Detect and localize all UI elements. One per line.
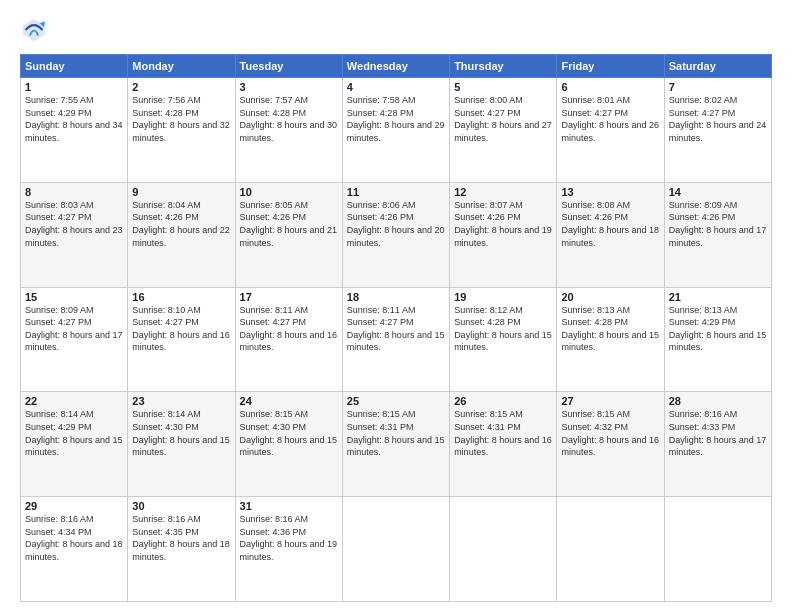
day-number: 2 bbox=[132, 81, 230, 93]
calendar-day-29: 29Sunrise: 8:16 AMSunset: 4:34 PMDayligh… bbox=[21, 497, 128, 602]
calendar-day-25: 25Sunrise: 8:15 AMSunset: 4:31 PMDayligh… bbox=[342, 392, 449, 497]
calendar-day-5: 5Sunrise: 8:00 AMSunset: 4:27 PMDaylight… bbox=[450, 78, 557, 183]
calendar-day-17: 17Sunrise: 8:11 AMSunset: 4:27 PMDayligh… bbox=[235, 287, 342, 392]
cell-info: Sunrise: 8:05 AMSunset: 4:26 PMDaylight:… bbox=[240, 200, 338, 248]
logo bbox=[20, 16, 52, 44]
calendar-day-4: 4Sunrise: 7:58 AMSunset: 4:28 PMDaylight… bbox=[342, 78, 449, 183]
day-number: 1 bbox=[25, 81, 123, 93]
day-number: 22 bbox=[25, 395, 123, 407]
cell-info: Sunrise: 8:01 AMSunset: 4:27 PMDaylight:… bbox=[561, 95, 659, 143]
cell-info: Sunrise: 8:13 AMSunset: 4:28 PMDaylight:… bbox=[561, 305, 659, 353]
day-header-saturday: Saturday bbox=[664, 55, 771, 78]
cell-info: Sunrise: 8:15 AMSunset: 4:30 PMDaylight:… bbox=[240, 409, 338, 457]
calendar-day-2: 2Sunrise: 7:56 AMSunset: 4:28 PMDaylight… bbox=[128, 78, 235, 183]
header bbox=[20, 16, 772, 44]
day-number: 29 bbox=[25, 500, 123, 512]
day-number: 7 bbox=[669, 81, 767, 93]
calendar-table: SundayMondayTuesdayWednesdayThursdayFrid… bbox=[20, 54, 772, 602]
day-number: 18 bbox=[347, 291, 445, 303]
calendar-week-4: 22Sunrise: 8:14 AMSunset: 4:29 PMDayligh… bbox=[21, 392, 772, 497]
calendar-day-13: 13Sunrise: 8:08 AMSunset: 4:26 PMDayligh… bbox=[557, 182, 664, 287]
calendar-day-14: 14Sunrise: 8:09 AMSunset: 4:26 PMDayligh… bbox=[664, 182, 771, 287]
calendar-day-9: 9Sunrise: 8:04 AMSunset: 4:26 PMDaylight… bbox=[128, 182, 235, 287]
calendar-day-24: 24Sunrise: 8:15 AMSunset: 4:30 PMDayligh… bbox=[235, 392, 342, 497]
day-number: 21 bbox=[669, 291, 767, 303]
cell-info: Sunrise: 8:16 AMSunset: 4:34 PMDaylight:… bbox=[25, 514, 123, 562]
cell-info: Sunrise: 8:04 AMSunset: 4:26 PMDaylight:… bbox=[132, 200, 230, 248]
day-number: 9 bbox=[132, 186, 230, 198]
calendar-day-11: 11Sunrise: 8:06 AMSunset: 4:26 PMDayligh… bbox=[342, 182, 449, 287]
calendar-day-8: 8Sunrise: 8:03 AMSunset: 4:27 PMDaylight… bbox=[21, 182, 128, 287]
calendar-week-5: 29Sunrise: 8:16 AMSunset: 4:34 PMDayligh… bbox=[21, 497, 772, 602]
cell-info: Sunrise: 8:16 AMSunset: 4:33 PMDaylight:… bbox=[669, 409, 767, 457]
calendar-day-21: 21Sunrise: 8:13 AMSunset: 4:29 PMDayligh… bbox=[664, 287, 771, 392]
empty-cell bbox=[557, 497, 664, 602]
day-header-thursday: Thursday bbox=[450, 55, 557, 78]
cell-info: Sunrise: 8:11 AMSunset: 4:27 PMDaylight:… bbox=[347, 305, 445, 353]
empty-cell bbox=[342, 497, 449, 602]
day-number: 25 bbox=[347, 395, 445, 407]
day-header-monday: Monday bbox=[128, 55, 235, 78]
day-header-wednesday: Wednesday bbox=[342, 55, 449, 78]
cell-info: Sunrise: 7:58 AMSunset: 4:28 PMDaylight:… bbox=[347, 95, 445, 143]
cell-info: Sunrise: 8:14 AMSunset: 4:30 PMDaylight:… bbox=[132, 409, 230, 457]
day-number: 23 bbox=[132, 395, 230, 407]
day-number: 26 bbox=[454, 395, 552, 407]
cell-info: Sunrise: 7:55 AMSunset: 4:29 PMDaylight:… bbox=[25, 95, 123, 143]
cell-info: Sunrise: 8:11 AMSunset: 4:27 PMDaylight:… bbox=[240, 305, 338, 353]
cell-info: Sunrise: 8:15 AMSunset: 4:31 PMDaylight:… bbox=[454, 409, 552, 457]
calendar-day-1: 1Sunrise: 7:55 AMSunset: 4:29 PMDaylight… bbox=[21, 78, 128, 183]
cell-info: Sunrise: 8:15 AMSunset: 4:31 PMDaylight:… bbox=[347, 409, 445, 457]
cell-info: Sunrise: 8:16 AMSunset: 4:36 PMDaylight:… bbox=[240, 514, 338, 562]
logo-icon bbox=[20, 16, 48, 44]
calendar-day-22: 22Sunrise: 8:14 AMSunset: 4:29 PMDayligh… bbox=[21, 392, 128, 497]
cell-info: Sunrise: 8:10 AMSunset: 4:27 PMDaylight:… bbox=[132, 305, 230, 353]
calendar-day-18: 18Sunrise: 8:11 AMSunset: 4:27 PMDayligh… bbox=[342, 287, 449, 392]
cell-info: Sunrise: 7:56 AMSunset: 4:28 PMDaylight:… bbox=[132, 95, 230, 143]
cell-info: Sunrise: 7:57 AMSunset: 4:28 PMDaylight:… bbox=[240, 95, 338, 143]
calendar-day-20: 20Sunrise: 8:13 AMSunset: 4:28 PMDayligh… bbox=[557, 287, 664, 392]
cell-info: Sunrise: 8:00 AMSunset: 4:27 PMDaylight:… bbox=[454, 95, 552, 143]
calendar-day-23: 23Sunrise: 8:14 AMSunset: 4:30 PMDayligh… bbox=[128, 392, 235, 497]
calendar-day-10: 10Sunrise: 8:05 AMSunset: 4:26 PMDayligh… bbox=[235, 182, 342, 287]
calendar-week-1: 1Sunrise: 7:55 AMSunset: 4:29 PMDaylight… bbox=[21, 78, 772, 183]
calendar-day-16: 16Sunrise: 8:10 AMSunset: 4:27 PMDayligh… bbox=[128, 287, 235, 392]
day-number: 16 bbox=[132, 291, 230, 303]
calendar-day-27: 27Sunrise: 8:15 AMSunset: 4:32 PMDayligh… bbox=[557, 392, 664, 497]
day-number: 12 bbox=[454, 186, 552, 198]
cell-info: Sunrise: 8:09 AMSunset: 4:26 PMDaylight:… bbox=[669, 200, 767, 248]
calendar-day-7: 7Sunrise: 8:02 AMSunset: 4:27 PMDaylight… bbox=[664, 78, 771, 183]
cell-info: Sunrise: 8:12 AMSunset: 4:28 PMDaylight:… bbox=[454, 305, 552, 353]
day-number: 10 bbox=[240, 186, 338, 198]
calendar-day-28: 28Sunrise: 8:16 AMSunset: 4:33 PMDayligh… bbox=[664, 392, 771, 497]
day-number: 17 bbox=[240, 291, 338, 303]
day-number: 31 bbox=[240, 500, 338, 512]
cell-info: Sunrise: 8:13 AMSunset: 4:29 PMDaylight:… bbox=[669, 305, 767, 353]
cell-info: Sunrise: 8:09 AMSunset: 4:27 PMDaylight:… bbox=[25, 305, 123, 353]
day-number: 28 bbox=[669, 395, 767, 407]
calendar-header-row: SundayMondayTuesdayWednesdayThursdayFrid… bbox=[21, 55, 772, 78]
calendar-day-12: 12Sunrise: 8:07 AMSunset: 4:26 PMDayligh… bbox=[450, 182, 557, 287]
cell-info: Sunrise: 8:08 AMSunset: 4:26 PMDaylight:… bbox=[561, 200, 659, 248]
day-number: 24 bbox=[240, 395, 338, 407]
day-number: 15 bbox=[25, 291, 123, 303]
day-number: 5 bbox=[454, 81, 552, 93]
cell-info: Sunrise: 8:03 AMSunset: 4:27 PMDaylight:… bbox=[25, 200, 123, 248]
day-number: 14 bbox=[669, 186, 767, 198]
day-number: 13 bbox=[561, 186, 659, 198]
calendar-day-19: 19Sunrise: 8:12 AMSunset: 4:28 PMDayligh… bbox=[450, 287, 557, 392]
day-header-sunday: Sunday bbox=[21, 55, 128, 78]
cell-info: Sunrise: 8:15 AMSunset: 4:32 PMDaylight:… bbox=[561, 409, 659, 457]
empty-cell bbox=[664, 497, 771, 602]
day-number: 27 bbox=[561, 395, 659, 407]
calendar-day-6: 6Sunrise: 8:01 AMSunset: 4:27 PMDaylight… bbox=[557, 78, 664, 183]
day-number: 8 bbox=[25, 186, 123, 198]
day-header-friday: Friday bbox=[557, 55, 664, 78]
cell-info: Sunrise: 8:14 AMSunset: 4:29 PMDaylight:… bbox=[25, 409, 123, 457]
day-number: 19 bbox=[454, 291, 552, 303]
calendar-day-31: 31Sunrise: 8:16 AMSunset: 4:36 PMDayligh… bbox=[235, 497, 342, 602]
day-number: 30 bbox=[132, 500, 230, 512]
day-header-tuesday: Tuesday bbox=[235, 55, 342, 78]
cell-info: Sunrise: 8:02 AMSunset: 4:27 PMDaylight:… bbox=[669, 95, 767, 143]
day-number: 11 bbox=[347, 186, 445, 198]
